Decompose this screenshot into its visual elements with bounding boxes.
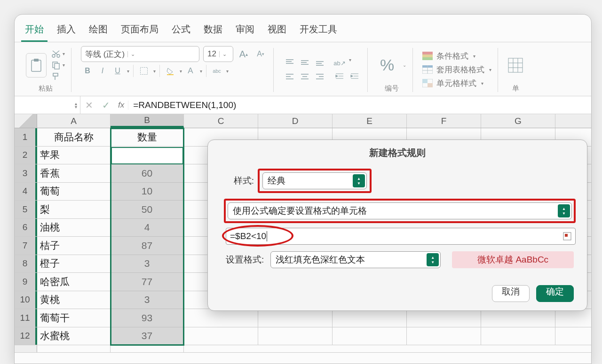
row-header[interactable]: 2 [15,147,37,164]
cancel-formula-icon[interactable]: ✕ [80,100,97,111]
phonetic-button[interactable]: abc [210,65,223,77]
cell[interactable]: 桔子 [37,237,111,255]
format-painter-icon[interactable] [51,72,61,81]
increase-font-icon[interactable]: A▴ [237,48,250,60]
style-select[interactable]: 经典 [262,172,367,189]
cell[interactable]: 数量 [111,128,184,146]
tab-layout[interactable]: 页面布局 [117,21,162,42]
percent-icon[interactable]: % [377,56,397,74]
font-color-button[interactable]: A [184,65,197,77]
cell[interactable]: 葡萄干 [37,309,111,327]
italic-button[interactable]: I [96,65,109,77]
cell[interactable]: 香蕉 [37,164,111,182]
name-box[interactable]: ▴▾ [15,96,80,114]
row-header[interactable]: 4 [15,183,37,201]
orientation-icon[interactable]: ab↗ [333,57,346,69]
cell[interactable]: 黄桃 [37,291,111,309]
tab-view[interactable]: 视图 [264,21,290,42]
cell[interactable]: 商品名称 [37,128,111,146]
cell[interactable]: 37 [111,327,184,345]
tab-insert[interactable]: 插入 [53,21,79,42]
ok-button[interactable]: 确定 [536,285,574,302]
tab-dev[interactable]: 开发工具 [296,21,341,42]
tab-draw[interactable]: 绘图 [85,21,111,42]
font-name-combo[interactable]: 等线 (正文)⌄ [81,46,199,62]
cell[interactable]: 橙子 [37,255,111,273]
cell-styles-button[interactable]: 单元格样式▾ [422,78,491,89]
indent-dec-icon[interactable] [333,70,346,82]
indent-inc-icon[interactable] [348,70,361,82]
cell[interactable]: 油桃 [37,219,111,237]
chevron-down-icon[interactable]: ⌄ [403,62,406,68]
conditional-formatting-button[interactable]: 条件格式▾ [422,51,491,62]
cell[interactable] [258,327,333,345]
fill-color-button[interactable] [164,65,177,77]
col-header-c[interactable]: C [184,114,258,128]
cell[interactable]: 50 [111,201,184,218]
formula-text[interactable]: =RANDBETWEEN(1,100) [128,100,236,110]
range-picker-icon[interactable] [563,232,571,240]
decrease-font-icon[interactable]: A▾ [254,48,267,60]
cell[interactable] [111,345,184,352]
cell[interactable] [407,327,481,345]
paste-button[interactable] [26,53,47,77]
col-header-g[interactable]: G [481,114,555,128]
cell[interactable] [37,345,111,352]
align-bot-icon[interactable] [313,56,326,69]
cell[interactable] [407,309,481,327]
cell[interactable]: 58 [111,147,184,164]
cell[interactable]: 77 [111,273,184,291]
row-header[interactable]: 9 [15,273,37,291]
cell[interactable]: 哈密瓜 [37,273,111,291]
row-header[interactable] [15,345,37,352]
align-left-icon[interactable] [283,70,296,83]
rule-type-select[interactable]: 使用公式确定要设置格式的单元格 [228,202,572,219]
cell[interactable] [184,327,258,345]
cell[interactable]: 87 [111,237,184,255]
tab-review[interactable]: 审阅 [232,21,258,42]
align-center-icon[interactable] [298,70,311,83]
col-header-d[interactable]: D [258,114,333,128]
row-header[interactable]: 12 [15,327,37,345]
format-with-select[interactable]: 浅红填充色深红色文本 [270,251,441,268]
tab-data[interactable]: 数据 [200,21,226,42]
border-button[interactable] [137,65,150,77]
cut-icon[interactable] [51,49,61,59]
bold-button[interactable]: B [81,65,94,77]
cell[interactable]: 梨 [37,201,111,218]
cancel-button[interactable]: 取消 [492,285,530,302]
cell[interactable]: 93 [111,309,184,327]
align-right-icon[interactable] [313,70,326,83]
cell[interactable] [333,309,407,327]
tab-formulas[interactable]: 公式 [168,21,194,42]
cell[interactable]: 水蜜桃 [37,327,111,345]
col-header-f[interactable]: F [407,114,481,128]
underline-button[interactable]: U [111,65,124,77]
tab-home[interactable]: 开始 [21,21,48,42]
cell[interactable]: 60 [111,164,184,182]
row-header[interactable]: 6 [15,219,37,237]
row-header[interactable]: 8 [15,255,37,273]
align-top-icon[interactable] [283,56,296,69]
copy-icon[interactable] [51,61,61,70]
rule-formula-input[interactable]: =$B2<10 [226,228,576,245]
cell[interactable] [258,309,333,327]
cell-insert-icon[interactable] [507,57,523,73]
cell[interactable]: 10 [111,183,184,201]
fx-icon[interactable]: fx [114,101,128,110]
cell[interactable]: 4 [111,219,184,237]
cell[interactable] [481,309,555,327]
chevron-down-icon[interactable]: ▾ [63,62,65,68]
select-all-corner[interactable] [15,114,37,128]
row-header[interactable]: 11 [15,309,37,327]
chevron-down-icon[interactable]: ▾ [63,51,65,56]
font-size-combo[interactable]: 12⌄ [203,46,233,62]
accept-formula-icon[interactable]: ✓ [97,100,114,111]
cell[interactable] [333,327,407,345]
row-header[interactable]: 3 [15,164,37,182]
cell[interactable] [481,327,555,345]
row-header[interactable]: 7 [15,237,37,255]
cell[interactable]: 葡萄 [37,183,111,201]
col-header-a[interactable]: A [37,114,111,128]
row-header[interactable]: 10 [15,291,37,309]
